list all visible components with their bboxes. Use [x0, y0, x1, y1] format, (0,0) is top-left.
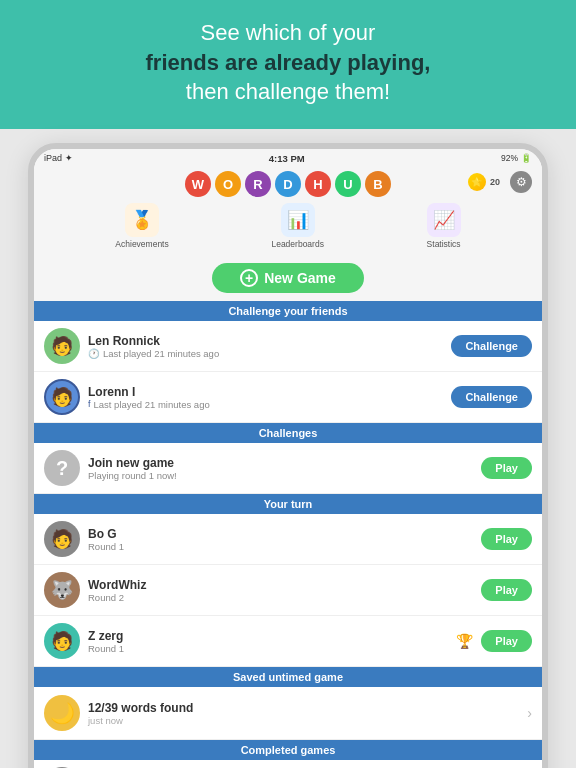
avatar-wordwhiz: 🐺 — [44, 572, 80, 608]
device-wrapper: iPad ✦ 4:13 PM 92% 🔋 W O R D H U B 🏅 — [0, 129, 576, 768]
coins-area: ⭐ 20 — [468, 173, 500, 191]
section-challenges: Challenges — [34, 423, 542, 443]
item-sub: f Last played 21 minutes ago — [88, 399, 443, 410]
logo-R: R — [245, 171, 271, 197]
section-challenge-friends: Challenge your friends — [34, 301, 542, 321]
list-item: ? Join new game Playing round 1 now! Pla… — [34, 443, 542, 494]
play-button[interactable]: Play — [481, 630, 532, 652]
new-game-row: + New Game — [34, 259, 542, 301]
leaderboards-label: Leaderboards — [271, 239, 323, 249]
trophy-icon: 🏆 — [456, 633, 473, 649]
logo-D: D — [275, 171, 301, 197]
saved-sub: just now — [88, 715, 519, 726]
item-info-zzerg: Z zerg Round 1 — [88, 629, 448, 654]
challenge-button[interactable]: Challenge — [451, 386, 532, 408]
list-item: 🧑 Z zerg Round 1 🏆 Play — [34, 616, 542, 667]
ipad-device: iPad ✦ 4:13 PM 92% 🔋 W O R D H U B 🏅 — [28, 143, 548, 768]
nav-statistics[interactable]: 📈 Statistics — [427, 203, 461, 249]
item-name: WordWhiz — [88, 578, 473, 592]
achievements-label: Achievements — [115, 239, 168, 249]
battery-area: 92% 🔋 — [501, 153, 532, 163]
coins-count: 20 — [490, 177, 500, 187]
section-your-turn: Your turn — [34, 494, 542, 514]
nav-icons-row: 🏅 Achievements 📊 Leaderboards 📈 Statisti… — [44, 203, 532, 249]
status-bar: iPad ✦ 4:13 PM 92% 🔋 — [34, 149, 542, 167]
chevron-right-icon: › — [527, 705, 532, 721]
item-name: Join new game — [88, 456, 473, 470]
play-button[interactable]: Play — [481, 579, 532, 601]
play-button[interactable]: Play — [481, 457, 532, 479]
new-game-label: New Game — [264, 270, 336, 286]
item-name: Z zerg — [88, 629, 448, 643]
logo-H: H — [305, 171, 331, 197]
leaderboards-icon: 📊 — [281, 203, 315, 237]
banner-strong: friends are already playing, — [146, 50, 431, 75]
settings-button[interactable]: ⚙ — [510, 171, 532, 193]
banner-text: See which of your friends are already pl… — [30, 18, 546, 107]
item-name: Len Ronnick — [88, 334, 443, 348]
logo-W: W — [185, 171, 211, 197]
item-info-joinnew: Join new game Playing round 1 now! — [88, 456, 473, 481]
saved-info: 12/39 words found just now — [88, 701, 519, 726]
avatar-zzerg: 🧑 — [44, 623, 80, 659]
item-sub: Round 2 — [88, 592, 473, 603]
item-sub: Round 1 — [88, 643, 448, 654]
plus-icon: + — [240, 269, 258, 287]
saved-item[interactable]: 🌙 12/39 words found just now › — [34, 687, 542, 740]
coin-icon: ⭐ — [468, 173, 486, 191]
carrier-text: iPad ✦ — [44, 153, 73, 163]
facebook-icon: f — [88, 399, 91, 409]
nav-leaderboards[interactable]: 📊 Leaderboards — [271, 203, 323, 249]
new-game-button[interactable]: + New Game — [212, 263, 364, 293]
item-info-bo: Bo G Round 1 — [88, 527, 473, 552]
achievements-icon: 🏅 — [125, 203, 159, 237]
list-item: 🧑 Bo G Round 1 Play — [34, 514, 542, 565]
list-item: 🧑 Len Ronnick 🕐 Last played 21 minutes a… — [34, 321, 542, 372]
clock-icon: 🕐 — [88, 348, 100, 359]
item-info-lorenn: Lorenn I f Last played 21 minutes ago — [88, 385, 443, 410]
list-item: 🧑 Lorenn I f Last played 21 minutes ago … — [34, 372, 542, 423]
avatar-bo: 🧑 — [44, 521, 80, 557]
item-name: Bo G — [88, 527, 473, 541]
time-display: 4:13 PM — [269, 153, 305, 164]
top-banner: See which of your friends are already pl… — [0, 0, 576, 129]
statistics-label: Statistics — [427, 239, 461, 249]
avatar-lorenn: 🧑 — [44, 379, 80, 415]
item-sub: 🕐 Last played 21 minutes ago — [88, 348, 443, 359]
avatar-len: 🧑 — [44, 328, 80, 364]
list-item: 🧑 Bo G — [34, 760, 542, 768]
statistics-icon: 📈 — [427, 203, 461, 237]
app-header: W O R D H U B 🏅 Achievements 📊 Leaderboa… — [34, 167, 542, 259]
item-name: Lorenn I — [88, 385, 443, 399]
saved-avatar: 🌙 — [44, 695, 80, 731]
item-sub: Playing round 1 now! — [88, 470, 473, 481]
avatar-question: ? — [44, 450, 80, 486]
list-item: 🐺 WordWhiz Round 2 Play — [34, 565, 542, 616]
challenge-button[interactable]: Challenge — [451, 335, 532, 357]
nav-achievements[interactable]: 🏅 Achievements — [115, 203, 168, 249]
logo-U: U — [335, 171, 361, 197]
logo-O: O — [215, 171, 241, 197]
saved-name: 12/39 words found — [88, 701, 519, 715]
item-info-len: Len Ronnick 🕐 Last played 21 minutes ago — [88, 334, 443, 359]
item-info-wordwhiz: WordWhiz Round 2 — [88, 578, 473, 603]
logo-B: B — [365, 171, 391, 197]
play-button[interactable]: Play — [481, 528, 532, 550]
logo-row: W O R D H U B — [185, 171, 391, 197]
item-sub: Round 1 — [88, 541, 473, 552]
section-completed: Completed games — [34, 740, 542, 760]
section-saved: Saved untimed game — [34, 667, 542, 687]
